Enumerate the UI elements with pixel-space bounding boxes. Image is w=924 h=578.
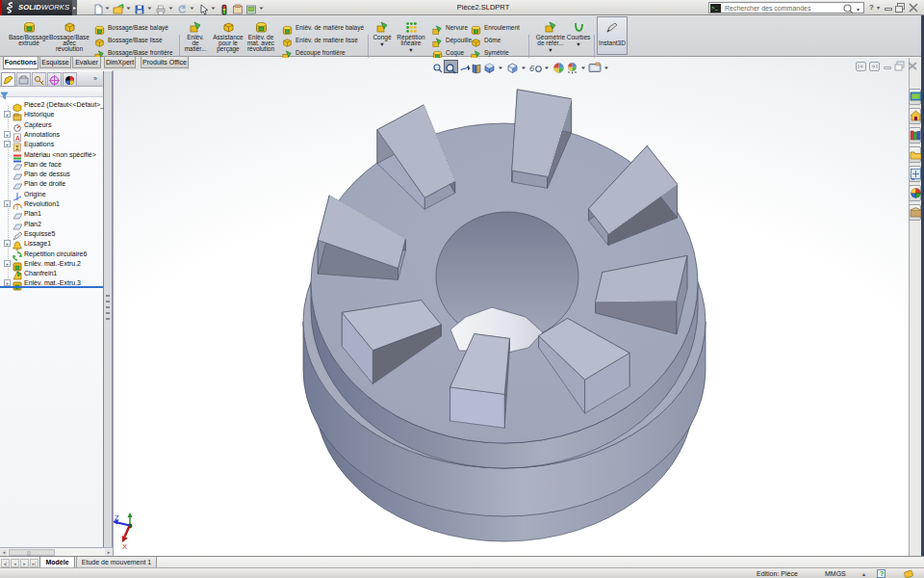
svg-text:X: X — [122, 542, 127, 551]
svg-text:6: 6 — [529, 64, 534, 73]
svg-text:Z: Z — [115, 513, 119, 522]
